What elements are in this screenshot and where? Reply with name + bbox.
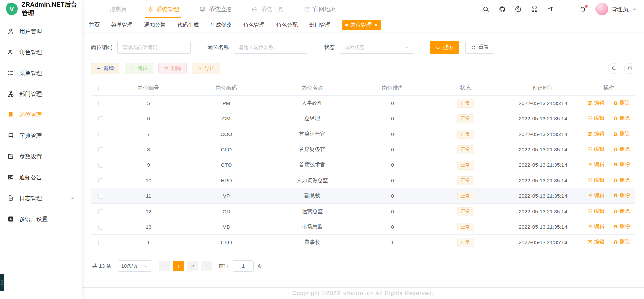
sidebar-item-log[interactable]: 日志管理 [0,188,82,209]
edit-button[interactable]: 编辑 [125,63,153,74]
tab-menu[interactable]: 菜单管理 [111,22,133,29]
tab-genedit[interactable]: 生成修改 [210,22,232,29]
notification-bell-icon[interactable] [579,6,586,13]
next-page-button[interactable] [201,261,212,271]
row-delete-button[interactable]: 删除 [613,100,630,106]
nav-item-sysmonitor[interactable]: 系统监控 [197,0,234,18]
row-checkbox[interactable] [98,194,103,199]
row-checkbox[interactable] [98,225,103,230]
row-delete-button[interactable]: 删除 [613,161,630,168]
export-button[interactable]: 导出 [192,63,220,74]
row-checkbox[interactable] [98,101,103,106]
logo-icon: V [6,3,18,15]
row-delete-button[interactable]: 删除 [613,130,630,137]
sidebar-item-menu[interactable]: 菜单管理 [0,63,82,83]
sidebar-item-param[interactable]: 参数设置 [0,146,82,167]
edit-icon [587,193,592,198]
cell-created-time: 2022-05-13 21:35:14 [504,147,582,153]
cell: 总经理 [266,115,358,122]
row-edit-button[interactable]: 编辑 [587,223,604,230]
nav-item-console[interactable]: 控制台 [107,0,130,18]
row-delete-button[interactable]: 删除 [613,115,630,121]
page-button[interactable]: 1 [173,261,184,271]
tab-roleassign[interactable]: 角色分配 [276,22,298,29]
corner-widget[interactable] [0,274,4,291]
select-all-checkbox[interactable] [98,86,103,91]
trash-icon [613,147,618,152]
row-edit-button[interactable]: 编辑 [587,146,604,152]
cell: 7 [110,131,186,137]
row-checkbox[interactable] [98,116,103,121]
github-icon[interactable] [498,6,506,13]
page-buttons: 12 [171,261,200,271]
tab-codegen[interactable]: 代码生成 [177,22,199,29]
row-edit-button[interactable]: 编辑 [587,177,604,183]
toolbox-icon [252,6,258,12]
font-size-icon[interactable] [547,6,554,13]
row-checkbox[interactable] [98,178,103,183]
row-checkbox[interactable] [98,209,103,214]
row-delete-button[interactable]: 删除 [613,208,630,214]
nav-item-website[interactable]: 官网地址 [301,0,339,18]
edit-icon [587,116,592,121]
sidebar-item-label: 角色管理 [19,48,42,56]
page-button[interactable]: 2 [187,261,198,271]
delete-button[interactable]: 删除 [158,63,187,74]
cell: 9 [110,162,186,168]
tab-label: 生成修改 [210,22,232,28]
row-edit-button[interactable]: 编辑 [587,161,604,168]
post-code-input[interactable]: 请输入岗位编码 [117,41,191,54]
row-delete-button[interactable]: 删除 [613,239,630,245]
row-delete-button[interactable]: 删除 [613,223,630,230]
row-delete-button[interactable]: 删除 [613,177,630,183]
tab-role[interactable]: 角色管理 [243,22,265,29]
nav-item-systools[interactable]: 系统工具 [249,0,286,18]
search-icon[interactable] [482,6,489,13]
row-checkbox[interactable] [98,163,103,168]
refresh-table-button[interactable] [624,63,635,74]
user-menu[interactable]: 管理员 [595,3,637,15]
status-badge: 正常 [457,114,474,123]
search-button[interactable]: 搜索 [430,41,459,54]
show-search-button[interactable] [608,63,619,74]
row-delete-button[interactable]: 删除 [613,192,630,199]
add-button[interactable]: 新增 [91,63,119,74]
goto-page-input[interactable]: 1 [233,260,254,272]
post-name-input[interactable]: 请输入岗位名称 [234,41,307,54]
row-edit-button[interactable]: 编辑 [587,115,604,121]
language-switch-icon[interactable] [563,6,570,13]
pagination: 共 13 条 10条/页 12 前往 1 页 [91,260,635,272]
fullscreen-icon[interactable] [531,6,538,13]
row-delete-button[interactable]: 删除 [613,146,630,152]
app-logo[interactable]: V ZRAdmin.NET后台管理 [0,0,82,18]
reset-button[interactable]: 重置 [465,41,494,54]
row-checkbox[interactable] [98,147,103,152]
row-edit-button[interactable]: 编辑 [587,130,604,137]
trash-icon [164,66,169,71]
help-icon[interactable] [515,6,522,13]
row-edit-button[interactable]: 编辑 [587,100,604,106]
sidebar-item-notice[interactable]: 通知公告 [0,167,82,188]
sidebar-item-dept[interactable]: 部门管理 [0,83,82,104]
sidebar-item-user[interactable]: 用户管理 [0,21,82,42]
tab-home[interactable]: 首页 [89,22,100,29]
sidebar-item-role[interactable]: 角色管理 [0,42,82,63]
sidebar-fold-icon[interactable] [90,5,98,13]
nav-item-sysmanage[interactable]: 系统管理 [144,0,182,18]
sidebar-item-post[interactable]: 岗位管理 [0,104,82,125]
status-select[interactable]: 岗位状态 [340,41,414,54]
row-edit-button[interactable]: 编辑 [587,192,604,199]
tab-notice[interactable]: 通知公告 [144,22,166,29]
row-edit-button[interactable]: 编辑 [587,239,604,245]
sidebar-item-dict[interactable]: 字典管理 [0,125,82,146]
tab-post[interactable]: 岗位管理✕ [342,20,381,30]
row-checkbox[interactable] [98,240,103,245]
row-checkbox[interactable] [98,132,103,137]
tab-close-icon[interactable]: ✕ [374,23,378,27]
sidebar-item-i18n[interactable]: A多语言设置 [0,209,82,229]
tab-dept[interactable]: 部门管理 [309,22,331,29]
prev-page-button[interactable] [159,261,170,271]
nav-item-label: 控制台 [110,5,127,13]
page-size-select[interactable]: 10条/页 [118,260,152,272]
row-edit-button[interactable]: 编辑 [587,208,604,214]
